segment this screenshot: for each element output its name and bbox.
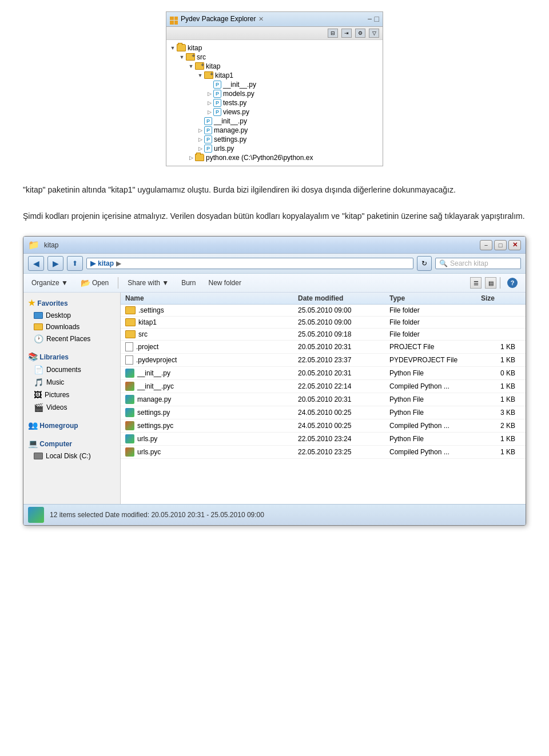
explorer-maximize-btn[interactable]: □ (494, 240, 507, 250)
tree-arrow[interactable]: ▷ (205, 109, 213, 115)
file-date: 22.05.2010 23:24 (298, 435, 389, 443)
search-box[interactable]: 🔍 Search kitap (435, 258, 521, 269)
tree-arrow[interactable]: ▷ (196, 146, 204, 151)
pydev-toolbar-btn4[interactable]: ▽ (369, 29, 379, 38)
table-row[interactable]: settings.py24.05.2010 00:25Python File3 … (121, 406, 526, 419)
view-details-btn[interactable]: ☰ (470, 277, 482, 289)
tree-item[interactable]: ▷python.exe (C:\Python26\python.ex (169, 153, 380, 162)
table-row[interactable]: settings.pyc24.05.2010 00:25Compiled Pyt… (121, 419, 526, 433)
table-row[interactable]: __init__.pyc22.05.2010 22:14Compiled Pyt… (121, 380, 526, 393)
address-path[interactable]: ▶ kitap ▶ (86, 258, 413, 269)
sidebar-item-desktop[interactable]: Desktop (23, 310, 120, 321)
libraries-icon: 📚 (28, 352, 38, 361)
tree-item[interactable]: ▼kitap (169, 43, 380, 53)
pydev-toolbar-btn3[interactable]: ⚙ (355, 29, 365, 38)
explorer-titlebar-right[interactable]: − □ ✕ (480, 240, 521, 250)
file-list-header: Name Date modified Type Size (121, 293, 526, 305)
tree-arrow[interactable]: ▷ (196, 137, 204, 142)
explorer-titlebar-left: 📁 kitap (28, 239, 58, 250)
statusbar-text: 12 items selected Date modified: 20.05.2… (50, 511, 264, 519)
burn-btn[interactable]: Burn (178, 277, 199, 289)
music-label: Music (46, 378, 64, 386)
homegroup-header: 👥 Homegroup (23, 418, 120, 432)
file-size: 1 KB (481, 395, 521, 403)
sidebar-item-pictures[interactable]: 🖼 Pictures (23, 389, 120, 401)
tree-item[interactable]: ▷Pviews.py (169, 107, 380, 117)
computer-header: 💻 Computer (23, 437, 120, 450)
table-row[interactable]: .pydevproject22.05.2010 23:37PYDEVPROJEC… (121, 354, 526, 367)
table-row[interactable]: __init__.py20.05.2010 20:31Python File0 … (121, 367, 526, 380)
tree-arrow[interactable]: ▷ (196, 127, 204, 133)
pydev-toolbar-btn1[interactable]: ⊟ (328, 29, 338, 38)
explorer-close-btn[interactable]: ✕ (508, 240, 521, 250)
up-btn[interactable]: ⬆ (67, 256, 83, 271)
tree-item[interactable]: ▼kitap (169, 62, 380, 71)
tree-item[interactable]: ▷Pmanage.py (169, 126, 380, 135)
sidebar-item-recent[interactable]: 🕐 Recent Places (23, 333, 120, 345)
pydev-wrapper: Pydev Package Explorer ✕ − □ ⊟ ⇥ ⚙ ▽ ▼ki… (23, 11, 526, 166)
table-row[interactable]: .settings25.05.2010 09:00File folder (121, 305, 526, 317)
table-row[interactable]: manage.py20.05.2010 20:31Python File1 KB (121, 393, 526, 406)
tree-label: models.py (223, 90, 254, 98)
tree-icon (204, 71, 213, 79)
sidebar-item-localdisk[interactable]: Local Disk (C:) (23, 450, 120, 462)
table-row[interactable]: .project20.05.2010 20:31PROJECT File1 KB (121, 341, 526, 354)
file-name: __init__.pyc (137, 382, 174, 390)
computer-label: Computer (39, 440, 72, 448)
sidebar-item-music[interactable]: 🎵 Music (23, 376, 120, 389)
help-btn[interactable]: ? (504, 276, 521, 290)
explorer-folder-icon: 📁 (28, 239, 39, 250)
file-size: 1 KB (481, 448, 521, 456)
tree-item[interactable]: P__init__.py (169, 117, 380, 126)
refresh-btn[interactable]: ↻ (417, 256, 432, 271)
tree-item[interactable]: ▷Ptests.py (169, 98, 380, 107)
new-folder-btn[interactable]: New folder (205, 277, 245, 289)
explorer-minimize-btn[interactable]: − (480, 240, 492, 250)
libraries-label: Libraries (39, 353, 69, 361)
forward-btn[interactable]: ▶ (47, 256, 63, 271)
file-date: 25.05.2010 09:00 (298, 318, 389, 326)
open-btn[interactable]: 📂 Open (77, 277, 112, 289)
tree-arrow[interactable]: ▼ (178, 54, 186, 60)
col-size[interactable]: Size (481, 294, 521, 302)
file-icon (125, 421, 134, 430)
file-icon (125, 330, 136, 338)
tree-item[interactable]: ▼kitap1 (169, 71, 380, 80)
file-name: urls.pyc (137, 448, 161, 456)
back-btn[interactable]: ◀ (28, 256, 44, 271)
share-btn[interactable]: Share with ▼ (124, 277, 172, 289)
table-row[interactable]: urls.py22.05.2010 23:24Python File1 KB (121, 433, 526, 446)
file-size: 1 KB (481, 356, 521, 364)
col-date[interactable]: Date modified (298, 294, 389, 302)
addr-kitap-label[interactable]: kitap (98, 259, 114, 267)
sidebar-item-downloads[interactable]: Downloads (23, 321, 120, 333)
tree-item[interactable]: ▷Purls.py (169, 144, 380, 153)
tree-item[interactable]: ▷Psettings.py (169, 135, 380, 144)
tree-arrow[interactable]: ▷ (205, 91, 213, 97)
tree-item[interactable]: P__init__.py (169, 80, 380, 89)
table-row[interactable]: urls.pyc22.05.2010 23:25Compiled Python … (121, 446, 526, 459)
tree-arrow[interactable]: ▼ (169, 45, 177, 51)
tree-item[interactable]: ▼src (169, 53, 380, 62)
favorites-header: ★ Favorites (23, 296, 120, 310)
table-row[interactable]: kitap125.05.2010 09:00File folder (121, 317, 526, 329)
pydev-toolbar-btn2[interactable]: ⇥ (341, 29, 352, 38)
sidebar-item-documents[interactable]: 📄 Documents (23, 363, 120, 376)
tree-arrow[interactable]: ▷ (187, 155, 195, 161)
view-list-btn[interactable]: ▤ (485, 277, 496, 289)
sidebar-item-videos[interactable]: 🎬 Videos (23, 401, 120, 414)
pydev-minimize-icon[interactable]: − (367, 14, 372, 23)
explorer-statusbar: 12 items selected Date modified: 20.05.2… (23, 504, 526, 525)
col-name[interactable]: Name (125, 294, 298, 302)
file-name-cell: urls.py (125, 434, 298, 443)
paragraph-2-text: Şimdi kodları projenin içerisine atmalıy… (23, 211, 525, 221)
organize-btn[interactable]: Organize ▼ (28, 277, 71, 289)
tree-item[interactable]: ▷Pmodels.py (169, 89, 380, 98)
tree-arrow[interactable]: ▼ (187, 63, 195, 69)
tree-arrow[interactable]: ▼ (196, 73, 204, 78)
table-row[interactable]: src25.05.2010 09:18File folder (121, 329, 526, 341)
col-type[interactable]: Type (389, 294, 481, 302)
pydev-maximize-icon[interactable]: □ (375, 14, 379, 23)
tree-arrow[interactable]: ▷ (205, 100, 213, 106)
file-list-container: .settings25.05.2010 09:00File folderkita… (121, 305, 526, 459)
